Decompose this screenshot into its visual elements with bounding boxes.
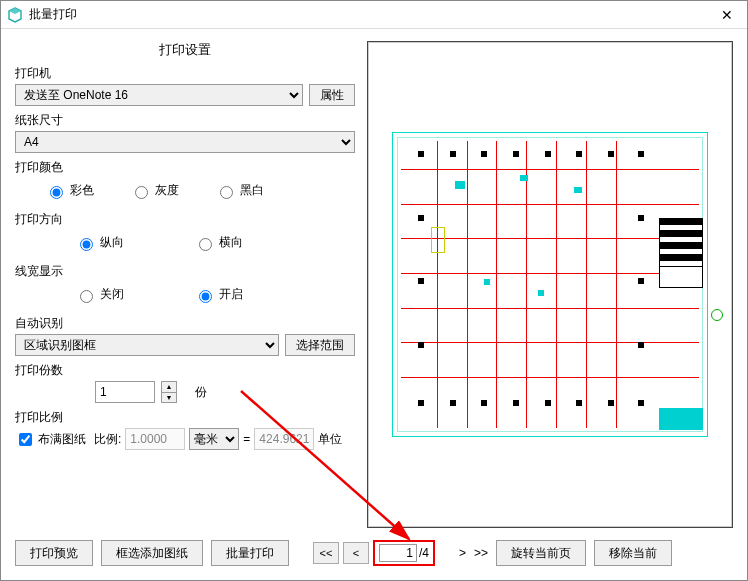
page-first-button[interactable]: << [313,542,339,564]
copies-unit: 份 [195,384,207,401]
ratio-unit-select[interactable]: 毫米 [189,428,239,450]
add-frame-button[interactable]: 框选添加图纸 [101,540,203,566]
page-next-button[interactable]: > [459,546,466,560]
fill-paper-checkbox[interactable]: 布满图纸 [15,430,86,449]
auto-detect-select[interactable]: 区域识别图框 [15,334,279,356]
ratio-result-unit: 单位 [318,431,342,448]
paper-label: 纸张尺寸 [15,112,355,129]
remove-page-button[interactable]: 移除当前 [594,540,672,566]
copies-label: 打印份数 [15,362,355,379]
copies-spinner[interactable]: ▲▼ [161,381,177,403]
orientation-radio-landscape[interactable]: 横向 [194,234,243,251]
color-label: 打印颜色 [15,159,355,176]
color-radio-gray[interactable]: 灰度 [130,182,179,199]
app-icon [7,7,23,23]
auto-detect-label: 自动识别 [15,315,355,332]
page-total-label: /4 [419,546,429,560]
settings-heading: 打印设置 [15,41,355,59]
rotate-page-button[interactable]: 旋转当前页 [496,540,586,566]
preview-page [392,132,708,438]
color-radio-bw[interactable]: 黑白 [215,182,264,199]
print-preview-button[interactable]: 打印预览 [15,540,93,566]
printer-label: 打印机 [15,65,355,82]
ratio-result: 424.9621 [254,428,314,450]
color-radio-color[interactable]: 彩色 [45,182,94,199]
equals-label: = [243,432,250,446]
linewidth-radio-on[interactable]: 开启 [194,286,243,303]
ratio-text-label: 比例: [94,431,121,448]
linewidth-label: 线宽显示 [15,263,355,280]
preview-area [367,41,733,528]
svg-marker-1 [9,8,21,14]
copies-input[interactable] [95,381,155,403]
paper-size-select[interactable]: A4 [15,131,355,153]
close-button[interactable]: ✕ [713,5,741,25]
page-indicator-box: /4 [373,540,435,566]
printer-select[interactable]: 发送至 OneNote 16 [15,84,303,106]
printer-properties-button[interactable]: 属性 [309,84,355,106]
ratio-label: 打印比例 [15,409,355,426]
orientation-radio-portrait[interactable]: 纵向 [75,234,124,251]
select-range-button[interactable]: 选择范围 [285,334,355,356]
orientation-label: 打印方向 [15,211,355,228]
ratio-value: 1.0000 [125,428,185,450]
window-title: 批量打印 [29,6,713,23]
linewidth-radio-off[interactable]: 关闭 [75,286,124,303]
batch-print-button[interactable]: 批量打印 [211,540,289,566]
page-last-button[interactable]: >> [474,546,488,560]
page-prev-button[interactable]: < [343,542,369,564]
page-current-input[interactable] [379,544,417,562]
